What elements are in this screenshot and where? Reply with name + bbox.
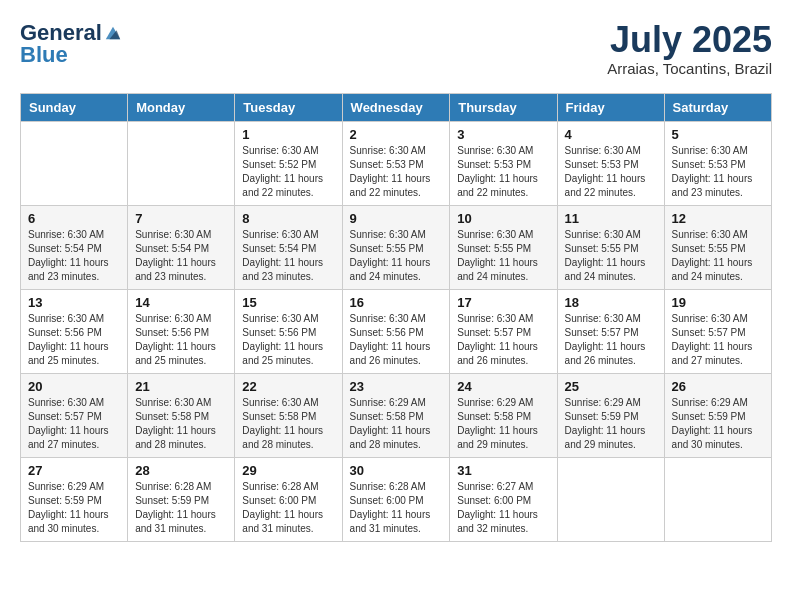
day-info: Sunrise: 6:30 AM Sunset: 5:57 PM Dayligh… [28,396,120,452]
calendar-cell: 22Sunrise: 6:30 AM Sunset: 5:58 PM Dayli… [235,373,342,457]
logo-icon [104,24,122,42]
page-header: General Blue July 2025 Arraias, Tocantin… [20,20,772,77]
calendar-week-3: 13Sunrise: 6:30 AM Sunset: 5:56 PM Dayli… [21,289,772,373]
calendar-cell: 8Sunrise: 6:30 AM Sunset: 5:54 PM Daylig… [235,205,342,289]
day-number: 28 [135,463,227,478]
day-number: 5 [672,127,764,142]
day-info: Sunrise: 6:30 AM Sunset: 5:58 PM Dayligh… [135,396,227,452]
calendar-cell: 27Sunrise: 6:29 AM Sunset: 5:59 PM Dayli… [21,457,128,541]
day-info: Sunrise: 6:30 AM Sunset: 5:58 PM Dayligh… [242,396,334,452]
day-info: Sunrise: 6:30 AM Sunset: 5:56 PM Dayligh… [28,312,120,368]
day-number: 20 [28,379,120,394]
day-number: 23 [350,379,443,394]
calendar-cell: 25Sunrise: 6:29 AM Sunset: 5:59 PM Dayli… [557,373,664,457]
logo: General Blue [20,20,122,68]
day-info: Sunrise: 6:30 AM Sunset: 5:57 PM Dayligh… [672,312,764,368]
calendar-week-5: 27Sunrise: 6:29 AM Sunset: 5:59 PM Dayli… [21,457,772,541]
day-info: Sunrise: 6:30 AM Sunset: 5:56 PM Dayligh… [350,312,443,368]
day-info: Sunrise: 6:29 AM Sunset: 5:58 PM Dayligh… [457,396,549,452]
day-info: Sunrise: 6:30 AM Sunset: 5:53 PM Dayligh… [350,144,443,200]
calendar-cell: 28Sunrise: 6:28 AM Sunset: 5:59 PM Dayli… [128,457,235,541]
location-subtitle: Arraias, Tocantins, Brazil [607,60,772,77]
calendar-cell: 29Sunrise: 6:28 AM Sunset: 6:00 PM Dayli… [235,457,342,541]
day-info: Sunrise: 6:29 AM Sunset: 5:58 PM Dayligh… [350,396,443,452]
day-number: 18 [565,295,657,310]
calendar-table: SundayMondayTuesdayWednesdayThursdayFrid… [20,93,772,542]
day-info: Sunrise: 6:27 AM Sunset: 6:00 PM Dayligh… [457,480,549,536]
calendar-cell: 3Sunrise: 6:30 AM Sunset: 5:53 PM Daylig… [450,121,557,205]
calendar-cell: 23Sunrise: 6:29 AM Sunset: 5:58 PM Dayli… [342,373,450,457]
header-sunday: Sunday [21,93,128,121]
day-info: Sunrise: 6:29 AM Sunset: 5:59 PM Dayligh… [672,396,764,452]
day-info: Sunrise: 6:28 AM Sunset: 6:00 PM Dayligh… [350,480,443,536]
day-info: Sunrise: 6:30 AM Sunset: 5:54 PM Dayligh… [242,228,334,284]
day-info: Sunrise: 6:30 AM Sunset: 5:53 PM Dayligh… [672,144,764,200]
day-number: 4 [565,127,657,142]
day-number: 21 [135,379,227,394]
calendar-cell: 7Sunrise: 6:30 AM Sunset: 5:54 PM Daylig… [128,205,235,289]
calendar-cell: 26Sunrise: 6:29 AM Sunset: 5:59 PM Dayli… [664,373,771,457]
header-tuesday: Tuesday [235,93,342,121]
calendar-cell: 19Sunrise: 6:30 AM Sunset: 5:57 PM Dayli… [664,289,771,373]
calendar-header-row: SundayMondayTuesdayWednesdayThursdayFrid… [21,93,772,121]
calendar-cell: 21Sunrise: 6:30 AM Sunset: 5:58 PM Dayli… [128,373,235,457]
day-info: Sunrise: 6:30 AM Sunset: 5:55 PM Dayligh… [565,228,657,284]
day-number: 7 [135,211,227,226]
logo-blue: Blue [20,42,68,68]
calendar-cell: 30Sunrise: 6:28 AM Sunset: 6:00 PM Dayli… [342,457,450,541]
day-number: 11 [565,211,657,226]
day-info: Sunrise: 6:30 AM Sunset: 5:56 PM Dayligh… [242,312,334,368]
calendar-cell: 24Sunrise: 6:29 AM Sunset: 5:58 PM Dayli… [450,373,557,457]
day-number: 17 [457,295,549,310]
day-info: Sunrise: 6:30 AM Sunset: 5:56 PM Dayligh… [135,312,227,368]
day-number: 1 [242,127,334,142]
calendar-cell: 5Sunrise: 6:30 AM Sunset: 5:53 PM Daylig… [664,121,771,205]
day-number: 13 [28,295,120,310]
calendar-week-2: 6Sunrise: 6:30 AM Sunset: 5:54 PM Daylig… [21,205,772,289]
day-info: Sunrise: 6:30 AM Sunset: 5:52 PM Dayligh… [242,144,334,200]
day-number: 24 [457,379,549,394]
day-number: 29 [242,463,334,478]
calendar-cell: 15Sunrise: 6:30 AM Sunset: 5:56 PM Dayli… [235,289,342,373]
header-wednesday: Wednesday [342,93,450,121]
title-block: July 2025 Arraias, Tocantins, Brazil [607,20,772,77]
calendar-cell: 4Sunrise: 6:30 AM Sunset: 5:53 PM Daylig… [557,121,664,205]
calendar-cell: 10Sunrise: 6:30 AM Sunset: 5:55 PM Dayli… [450,205,557,289]
day-info: Sunrise: 6:30 AM Sunset: 5:55 PM Dayligh… [672,228,764,284]
day-info: Sunrise: 6:30 AM Sunset: 5:53 PM Dayligh… [565,144,657,200]
day-info: Sunrise: 6:28 AM Sunset: 5:59 PM Dayligh… [135,480,227,536]
calendar-cell [128,121,235,205]
header-thursday: Thursday [450,93,557,121]
day-info: Sunrise: 6:30 AM Sunset: 5:53 PM Dayligh… [457,144,549,200]
calendar-cell: 12Sunrise: 6:30 AM Sunset: 5:55 PM Dayli… [664,205,771,289]
calendar-cell: 13Sunrise: 6:30 AM Sunset: 5:56 PM Dayli… [21,289,128,373]
calendar-cell: 2Sunrise: 6:30 AM Sunset: 5:53 PM Daylig… [342,121,450,205]
header-saturday: Saturday [664,93,771,121]
day-info: Sunrise: 6:30 AM Sunset: 5:55 PM Dayligh… [350,228,443,284]
day-number: 10 [457,211,549,226]
calendar-week-4: 20Sunrise: 6:30 AM Sunset: 5:57 PM Dayli… [21,373,772,457]
day-number: 9 [350,211,443,226]
day-info: Sunrise: 6:29 AM Sunset: 5:59 PM Dayligh… [28,480,120,536]
day-number: 16 [350,295,443,310]
calendar-cell: 16Sunrise: 6:30 AM Sunset: 5:56 PM Dayli… [342,289,450,373]
calendar-week-1: 1Sunrise: 6:30 AM Sunset: 5:52 PM Daylig… [21,121,772,205]
day-number: 22 [242,379,334,394]
month-title: July 2025 [607,20,772,60]
day-number: 25 [565,379,657,394]
day-number: 14 [135,295,227,310]
calendar-cell [664,457,771,541]
day-info: Sunrise: 6:30 AM Sunset: 5:57 PM Dayligh… [565,312,657,368]
day-number: 30 [350,463,443,478]
day-number: 6 [28,211,120,226]
calendar-cell: 18Sunrise: 6:30 AM Sunset: 5:57 PM Dayli… [557,289,664,373]
day-info: Sunrise: 6:30 AM Sunset: 5:55 PM Dayligh… [457,228,549,284]
day-info: Sunrise: 6:29 AM Sunset: 5:59 PM Dayligh… [565,396,657,452]
day-number: 15 [242,295,334,310]
calendar-cell: 6Sunrise: 6:30 AM Sunset: 5:54 PM Daylig… [21,205,128,289]
day-number: 26 [672,379,764,394]
calendar-cell [21,121,128,205]
day-number: 27 [28,463,120,478]
day-number: 12 [672,211,764,226]
day-number: 2 [350,127,443,142]
